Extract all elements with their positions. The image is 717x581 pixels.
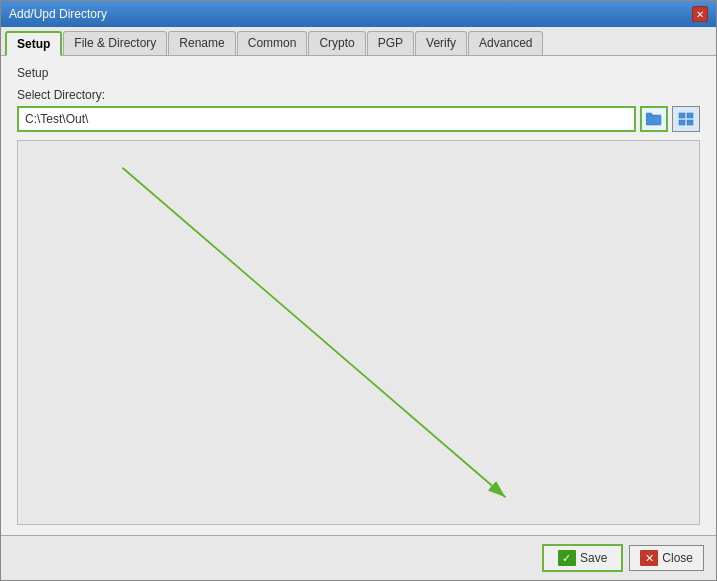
arrow-diagram bbox=[18, 141, 699, 524]
select-directory-label: Select Directory: bbox=[17, 88, 700, 102]
tab-verify[interactable]: Verify bbox=[415, 31, 467, 55]
tab-rename[interactable]: Rename bbox=[168, 31, 235, 55]
svg-rect-1 bbox=[646, 113, 652, 116]
window-title: Add/Upd Directory bbox=[9, 7, 107, 21]
tab-setup[interactable]: Setup bbox=[5, 31, 62, 56]
section-label: Setup bbox=[17, 66, 700, 80]
grid-icon bbox=[678, 112, 694, 126]
close-button[interactable]: ✕ Close bbox=[629, 545, 704, 571]
tab-common[interactable]: Common bbox=[237, 31, 308, 55]
footer: ✓ Save ✕ Close bbox=[1, 535, 716, 580]
tab-bar: Setup File & Directory Rename Common Cry… bbox=[1, 27, 716, 56]
folder-icon bbox=[646, 112, 662, 126]
main-panel bbox=[17, 140, 700, 525]
close-label: Close bbox=[662, 551, 693, 565]
close-x-icon: ✕ bbox=[640, 550, 658, 566]
svg-rect-2 bbox=[679, 113, 685, 118]
svg-rect-5 bbox=[687, 120, 693, 125]
save-check-icon: ✓ bbox=[558, 550, 576, 566]
browse-folder-button[interactable] bbox=[640, 106, 668, 132]
directory-input[interactable] bbox=[17, 106, 636, 132]
save-button[interactable]: ✓ Save bbox=[542, 544, 623, 572]
extra-action-button[interactable] bbox=[672, 106, 700, 132]
tab-advanced[interactable]: Advanced bbox=[468, 31, 543, 55]
window-close-button[interactable]: ✕ bbox=[692, 6, 708, 22]
svg-rect-3 bbox=[687, 113, 693, 118]
tab-crypto[interactable]: Crypto bbox=[308, 31, 365, 55]
content-area: Setup Select Directory: bbox=[1, 56, 716, 535]
save-label: Save bbox=[580, 551, 607, 565]
svg-rect-4 bbox=[679, 120, 685, 125]
directory-row bbox=[17, 106, 700, 132]
title-bar: Add/Upd Directory ✕ bbox=[1, 1, 716, 27]
tab-pgp[interactable]: PGP bbox=[367, 31, 414, 55]
svg-rect-0 bbox=[646, 115, 661, 125]
main-window: Add/Upd Directory ✕ Setup File & Directo… bbox=[0, 0, 717, 581]
tab-file-directory[interactable]: File & Directory bbox=[63, 31, 167, 55]
svg-line-7 bbox=[122, 168, 505, 498]
